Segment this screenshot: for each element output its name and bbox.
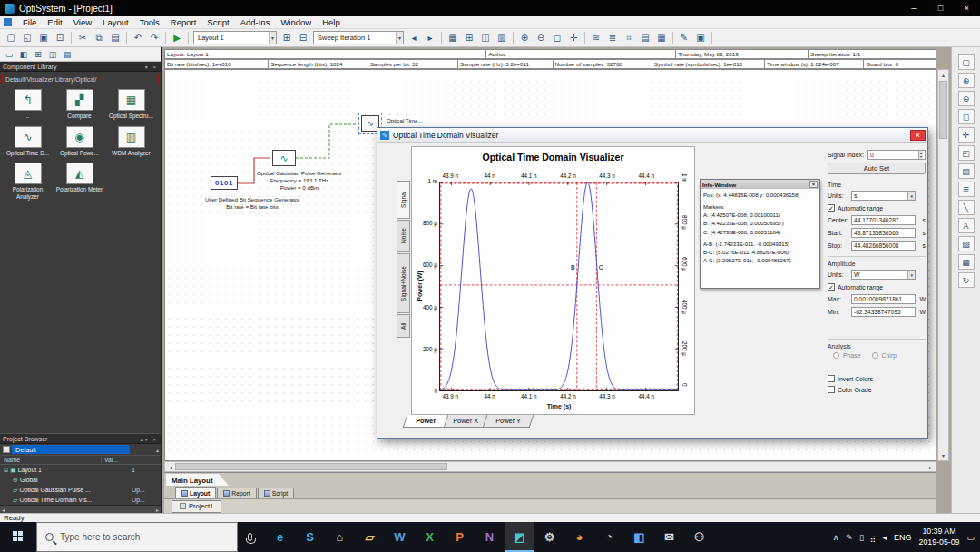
firefox-icon[interactable]: ◕ xyxy=(564,522,594,552)
component-mode-icon[interactable]: ▭ xyxy=(2,48,16,61)
menu-window[interactable]: Window xyxy=(275,16,317,28)
project-row-optical-time-domain-vis[interactable]: ▱Optical Time Domain Vis...Op... xyxy=(0,495,161,505)
menu-tools[interactable]: Tools xyxy=(134,16,165,28)
maximize-button[interactable]: □ xyxy=(927,0,954,16)
add-port-icon[interactable]: ⊞ xyxy=(31,48,45,61)
text-tool-icon[interactable]: A xyxy=(958,218,975,233)
library-item-optical-powe[interactable]: ◉Optical Powe... xyxy=(54,126,105,157)
script-editor-icon[interactable]: ✎ xyxy=(676,31,692,45)
library-item-polarization-meter[interactable]: ◭Polarization Meter xyxy=(54,163,105,200)
word-icon[interactable]: W xyxy=(385,522,415,552)
pan-tool-icon[interactable]: ✛ xyxy=(958,127,975,143)
amplitude-units-select[interactable]: W ▾ xyxy=(851,270,916,280)
sweep-iteration-select[interactable]: Sweep Iteration 1▾ xyxy=(313,31,404,44)
signal-index-spinner[interactable]: ▴▾ xyxy=(918,151,923,159)
calculate-icon[interactable]: ▶ xyxy=(169,31,185,45)
scrollbar-thumb[interactable] xyxy=(175,463,447,470)
photos-icon[interactable]: ◧ xyxy=(624,522,654,552)
edge-icon[interactable]: e xyxy=(265,522,295,552)
dialog-titlebar[interactable]: ∿ Optical Time Domain Visualizer × xyxy=(377,128,927,143)
info-window[interactable]: Info-Window × Pos: (x: 4.44815E-008 y: 0… xyxy=(700,179,820,289)
toolbox-icon[interactable]: ▦ xyxy=(445,31,461,45)
time-units-select[interactable]: s ▾ xyxy=(851,191,916,201)
library-item-polarization-analyzer[interactable]: ◬Polarization Analyzer xyxy=(2,163,54,200)
network-icon[interactable]: ⣴ xyxy=(870,533,877,542)
table-tool-icon[interactable]: ▦ xyxy=(958,254,975,270)
canvas-vertical-scrollbar[interactable]: ▴ ▾ xyxy=(937,69,949,461)
menu-script[interactable]: Script xyxy=(201,16,234,28)
taskbar-clock[interactable]: 10:39 AM 2019-05-09 xyxy=(918,527,959,547)
scroll-left-icon[interactable]: ◂ xyxy=(165,464,175,470)
next-sweep-icon[interactable]: ▸ xyxy=(422,31,438,45)
layout-pages-icon[interactable]: ◫ xyxy=(45,48,60,61)
save-icon[interactable]: ▣ xyxy=(35,31,52,45)
menu-report[interactable]: Report xyxy=(165,16,202,28)
amplitude-min-input[interactable]: -62.34338747095 xyxy=(851,307,916,317)
plot-area[interactable]: Optical Time Domain Visualizer BC Power … xyxy=(411,146,695,415)
time-stop-input[interactable]: 44.48266856008 xyxy=(851,241,916,251)
side-tab-noise[interactable]: Noise xyxy=(397,220,410,252)
scroll-left-icon[interactable]: ◂ xyxy=(2,507,5,513)
zoom-out-tool-icon[interactable]: ⊖ xyxy=(958,91,975,106)
paste-icon[interactable]: ▤ xyxy=(107,31,123,45)
time-automatic-range-checkbox[interactable]: ✓ Automatic range xyxy=(828,204,926,212)
layout-editor-icon[interactable]: ▤ xyxy=(958,163,975,179)
tab-layout[interactable]: Layout xyxy=(175,487,216,498)
menu-file[interactable]: File xyxy=(17,16,42,28)
tab-power-y[interactable]: Power Y xyxy=(483,415,534,428)
redo-icon[interactable]: ↷ xyxy=(146,31,162,45)
component-list-icon[interactable]: ≣ xyxy=(958,182,975,197)
menu-layout[interactable]: Layout xyxy=(97,16,134,28)
info-window-titlebar[interactable]: Info-Window × xyxy=(701,180,819,189)
language-indicator[interactable]: ENG xyxy=(894,533,912,542)
undo-icon[interactable]: ↶ xyxy=(130,31,146,45)
scroll-up-icon[interactable]: ▴ xyxy=(156,447,161,453)
library-item-optical-time-d[interactable]: ∿Optical Time D... xyxy=(2,126,54,157)
powerpoint-icon[interactable]: P xyxy=(445,522,475,552)
grid-icon[interactable]: ⊞ xyxy=(461,31,477,45)
color-grade-checkbox[interactable]: Color Grade xyxy=(828,386,926,393)
new-icon[interactable]: ▢ xyxy=(3,31,19,45)
time-start-input[interactable]: 43.87135836565 xyxy=(851,228,916,238)
optisystem-taskbar-icon[interactable]: ◩ xyxy=(505,522,534,552)
zoom-in-icon[interactable]: ⊕ xyxy=(516,31,533,45)
panel-controls-icon[interactable]: ▴▾ × xyxy=(141,436,158,442)
scroll-down-icon[interactable]: ▾ xyxy=(938,450,948,460)
project-row-optical-gaussian-pulse[interactable]: ▱Optical Gaussian Pulse ...Op... xyxy=(0,485,161,495)
info-window-close-button[interactable]: × xyxy=(809,181,818,188)
chirp-radio[interactable] xyxy=(872,352,878,359)
side-tab-signal-noise[interactable]: Signal+Noise xyxy=(397,253,410,313)
skype-icon[interactable]: S xyxy=(295,522,325,552)
component-gaussian-pulse-generator[interactable]: ∿ xyxy=(272,150,296,166)
console-icon[interactable]: ▣ xyxy=(692,31,709,45)
pan-icon[interactable]: ✛ xyxy=(565,31,582,45)
wire-pulse-to-visualizer[interactable] xyxy=(296,124,358,158)
library-path[interactable]: Default/Visualizer Library/Optical/ xyxy=(2,74,159,84)
duplicate-layout-icon[interactable]: ⊟ xyxy=(295,31,311,45)
invert-colors-checkbox[interactable]: Invert Colors xyxy=(828,375,926,382)
action-center-icon[interactable]: ▭ xyxy=(966,533,975,542)
battery-icon[interactable]: ▯ xyxy=(859,533,864,542)
time-center-input[interactable]: 44.17701346287 xyxy=(851,215,916,225)
people-icon[interactable]: ⚇ xyxy=(684,522,714,552)
tab-report[interactable]: Report xyxy=(217,488,256,498)
layout-select[interactable]: Layout 1▾ xyxy=(193,31,277,44)
scrollbar-thumb[interactable] xyxy=(939,81,947,139)
subsystem-icon[interactable]: ◧ xyxy=(16,48,31,61)
results-table-icon[interactable]: ▦ xyxy=(653,31,670,45)
spin-down-icon[interactable]: ▾ xyxy=(919,155,923,159)
fit-view-icon[interactable]: ◻ xyxy=(549,31,565,45)
parameters-table-icon[interactable]: ⌗ xyxy=(621,31,637,45)
tray-expand-icon[interactable]: ∧ xyxy=(833,533,839,542)
tab-project1[interactable]: Project1 xyxy=(172,500,221,513)
zoom-in-tool-icon[interactable]: ⊕ xyxy=(958,73,975,88)
signal-index-input[interactable]: 0 ▴▾ xyxy=(867,150,926,160)
expander-icon[interactable]: ⊟ xyxy=(4,467,8,473)
project-row-layout-1[interactable]: ⊟▣Layout 11 xyxy=(0,465,161,475)
scroll-right-icon[interactable]: ▸ xyxy=(926,464,936,470)
phase-radio[interactable] xyxy=(833,352,839,359)
project-browser-scrollbar[interactable]: ◂ ▸ xyxy=(0,505,161,513)
dialog-close-button[interactable]: × xyxy=(910,130,926,141)
minimize-button[interactable]: ─ xyxy=(901,0,927,16)
refresh-icon[interactable]: ↻ xyxy=(958,272,975,288)
